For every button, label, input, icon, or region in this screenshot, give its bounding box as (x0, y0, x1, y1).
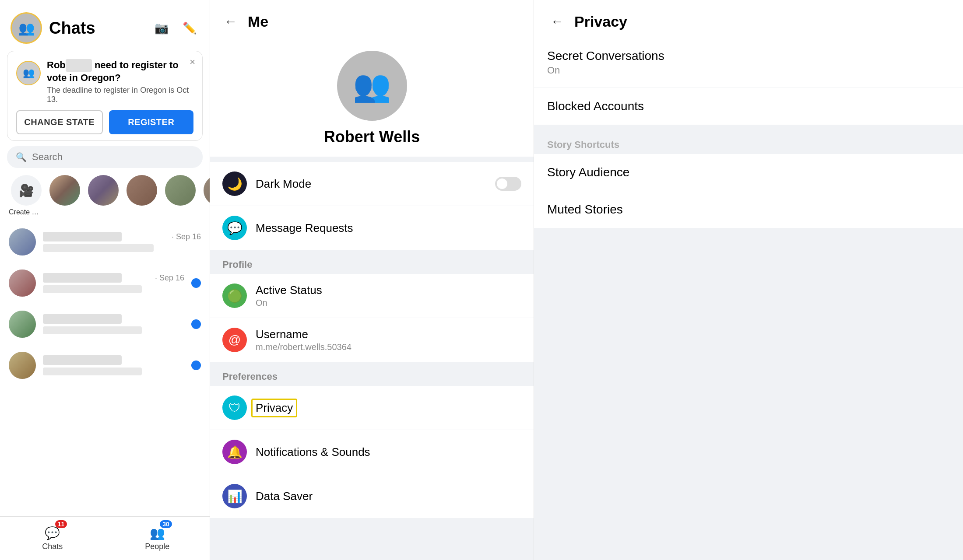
people-nav-label: People (145, 542, 169, 551)
menu-text: Active Status On (256, 284, 521, 308)
table-row[interactable] (0, 345, 210, 386)
vote-banner: × Rob____ need to register to vote in Or… (7, 51, 203, 141)
menu-text: Data Saver (256, 490, 521, 503)
privacy-panel: ← Privacy Secret Conversations Secret Co… (534, 0, 963, 560)
story-item-5[interactable] (200, 175, 210, 215)
preferences-section-label: Preferences (210, 362, 534, 386)
table-row[interactable]: · Sep 16 (0, 262, 210, 304)
username-icon: @ (222, 328, 247, 352)
dark-mode-icon: 🌙 (222, 172, 247, 196)
camera-icon[interactable]: 📷 (152, 18, 171, 38)
menu-item-data-saver[interactable]: 📊 Data Saver (210, 474, 534, 518)
message-requests-icon: 💬 (222, 216, 247, 240)
chat-list: · Sep 16 · Sep 16 (0, 221, 210, 516)
dark-mode-toggle[interactable] (495, 177, 521, 191)
stories-row: 🎥 Create Room (0, 175, 210, 221)
chat-avatar (9, 228, 36, 256)
privacy-item-muted-stories[interactable]: Muted Stories (534, 191, 963, 228)
me-panel: ← Me Robert Wells 🌙 Dark Mode 💬 Message … (210, 0, 534, 560)
unread-badge (191, 278, 201, 288)
data-saver-icon: 📊 (222, 484, 247, 508)
user-avatar[interactable] (11, 12, 42, 44)
menu-item-dark-mode[interactable]: 🌙 Dark Mode (210, 162, 534, 206)
story-avatar-3 (127, 175, 157, 206)
unread-badge (191, 360, 201, 370)
privacy-title: Privacy (574, 13, 627, 30)
chat-name (43, 355, 122, 365)
blocked-accounts-label: Blocked Accounts (547, 99, 950, 113)
chat-name-row (43, 355, 184, 365)
username-label: Username (256, 328, 521, 341)
menu-text: Username m.me/robert.wells.50364 (256, 328, 521, 352)
dark-mode-label: Dark Mode (256, 177, 486, 191)
menu-item-active-status[interactable]: 🟢 Active Status On (210, 274, 534, 318)
data-saver-label: Data Saver (256, 490, 521, 503)
chat-name (43, 314, 122, 324)
profile-section-label: Profile (210, 250, 534, 274)
username-sub: m.me/robert.wells.50364 (256, 342, 521, 352)
edit-icon[interactable]: ✏️ (180, 18, 199, 38)
table-row[interactable]: · Sep 16 (0, 221, 210, 262)
search-input[interactable] (32, 151, 194, 163)
privacy-item-story-audience[interactable]: Story Audience (534, 154, 963, 191)
chat-name-row: · Sep 16 (43, 273, 184, 283)
privacy-item-secret-conversations[interactable]: Secret Conversations Secret Conversation… (534, 38, 963, 88)
vote-text: Rob____ need to register to vote in Oreg… (47, 59, 193, 104)
chat-message (43, 326, 142, 334)
menu-item-message-requests[interactable]: 💬 Message Requests (210, 206, 534, 250)
story-item-4[interactable] (161, 175, 200, 215)
menu-text: Privacy (256, 401, 521, 415)
privacy-item-blocked-accounts[interactable]: Blocked Accounts (534, 88, 963, 125)
create-room-icon: 🎥 (11, 175, 42, 206)
chats-title: Chats (49, 19, 145, 38)
chat-info (43, 314, 184, 334)
create-room-label: Create Room (9, 208, 44, 216)
people-badge: 30 (160, 520, 172, 528)
chat-message (43, 244, 154, 252)
privacy-label: Privacy (256, 401, 293, 414)
chat-info: · Sep 16 (43, 273, 184, 293)
message-requests-label: Message Requests (256, 221, 521, 235)
story-item-2[interactable] (84, 175, 123, 215)
table-row[interactable] (0, 304, 210, 345)
active-status-icon: 🟢 (222, 284, 247, 308)
profile-avatar (337, 51, 407, 121)
chat-time: · Sep 16 (155, 273, 184, 283)
privacy-divider (534, 125, 963, 130)
vote-buttons: CHANGE STATE REGISTER (16, 110, 193, 134)
chat-message (43, 368, 142, 375)
menu-text: Dark Mode (256, 177, 486, 191)
vote-user-avatar (16, 61, 41, 85)
active-status-sub: On (256, 298, 521, 308)
menu-item-username[interactable]: @ Username m.me/robert.wells.50364 (210, 318, 534, 362)
chat-info: · Sep 16 (43, 232, 201, 252)
chat-message (43, 285, 142, 293)
story-item-1[interactable] (46, 175, 84, 215)
active-status-label: Active Status (256, 284, 521, 297)
chat-info (43, 355, 184, 375)
menu-item-privacy[interactable]: 🛡 Privacy (210, 386, 534, 430)
story-avatar-2 (88, 175, 119, 206)
story-item-3[interactable] (123, 175, 161, 215)
chat-name (43, 232, 122, 242)
chat-avatar (9, 311, 36, 338)
privacy-back-button[interactable]: ← (547, 12, 567, 31)
me-header: ← Me (210, 0, 534, 38)
menu-text: Notifications & Sounds (256, 445, 521, 459)
back-button[interactable]: ← (221, 12, 241, 31)
change-state-button[interactable]: CHANGE STATE (16, 110, 103, 134)
register-button[interactable]: REGISTER (109, 110, 194, 134)
nav-item-people[interactable]: 30 👥 People (105, 517, 210, 560)
notifications-icon: 🔔 (222, 440, 247, 464)
profile-name: Robert Wells (324, 128, 420, 146)
search-bar: 🔍 (7, 146, 203, 168)
me-title: Me (248, 13, 268, 30)
chat-avatar (9, 352, 36, 379)
nav-item-chats[interactable]: 11 💬 Chats (0, 517, 105, 560)
chats-nav-label: Chats (42, 542, 63, 551)
notifications-label: Notifications & Sounds (256, 445, 521, 459)
privacy-header: ← Privacy (534, 0, 963, 38)
close-icon[interactable]: × (190, 56, 195, 68)
menu-item-notifications[interactable]: 🔔 Notifications & Sounds (210, 430, 534, 474)
create-room-item[interactable]: 🎥 Create Room (7, 175, 46, 216)
